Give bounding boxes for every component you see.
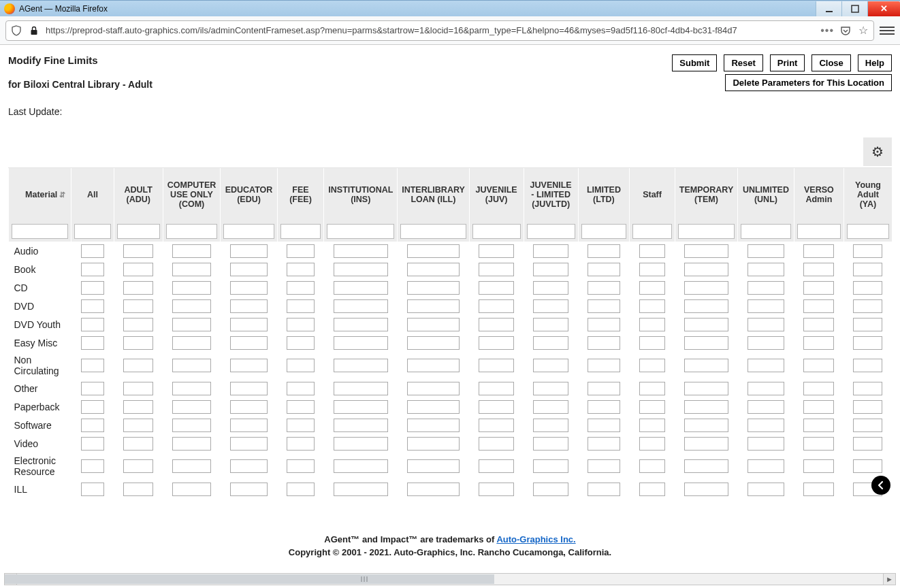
cell-input[interactable] [853,437,882,451]
filter-input-adult[interactable] [117,224,160,239]
cell-input[interactable] [803,459,834,473]
column-header-juvenile[interactable]: JUVENILE (JUV) [469,168,524,221]
cell-input[interactable] [123,459,153,473]
cell-input[interactable] [172,281,211,295]
column-header-interlibrary[interactable]: INTERLIBRARY LOAN (ILL) [398,168,469,221]
hamburger-menu-icon[interactable] [880,23,895,38]
cell-input[interactable] [407,437,460,451]
cell-input[interactable] [533,400,568,414]
cell-input[interactable] [172,400,211,414]
cell-input[interactable] [853,359,882,372]
cell-input[interactable] [588,400,620,414]
cell-input[interactable] [479,263,514,276]
cell-input[interactable] [533,299,568,313]
cell-input[interactable] [407,336,460,350]
cell-input[interactable] [684,382,728,395]
cell-input[interactable] [287,400,315,414]
cell-input[interactable] [588,281,620,295]
cell-input[interactable] [588,459,620,473]
filter-input-unlimited[interactable] [741,224,791,239]
pocket-icon[interactable] [839,24,852,37]
column-header-all[interactable]: All [71,168,114,221]
cell-input[interactable] [334,437,388,451]
filter-input-youngadult[interactable] [847,224,889,239]
cell-input[interactable] [230,281,268,295]
cell-input[interactable] [334,419,388,432]
column-header-material[interactable]: Material⇵ [9,168,71,221]
cell-input[interactable] [803,299,834,313]
cell-input[interactable] [287,483,315,496]
cell-input[interactable] [81,336,104,350]
cell-input[interactable] [172,483,211,496]
cell-input[interactable] [588,263,620,276]
cell-input[interactable] [81,400,104,414]
cell-input[interactable] [684,336,728,350]
filter-input-staff[interactable] [632,224,672,239]
cell-input[interactable] [287,382,315,395]
column-header-youngadult[interactable]: Young Adult (YA) [843,168,892,221]
cell-input[interactable] [588,483,620,496]
cell-input[interactable] [334,318,388,331]
cell-input[interactable] [123,281,153,295]
cell-input[interactable] [853,419,882,432]
cell-input[interactable] [533,263,568,276]
cell-input[interactable] [81,318,104,331]
cell-input[interactable] [407,318,460,331]
column-header-staff[interactable]: Staff [630,168,675,221]
cell-input[interactable] [230,437,268,451]
filter-input-limited[interactable] [581,224,627,239]
cell-input[interactable] [588,382,620,395]
cell-input[interactable] [287,359,315,372]
cell-input[interactable] [639,244,666,258]
cell-input[interactable] [684,359,728,372]
cell-input[interactable] [230,483,268,496]
cell-input[interactable] [639,419,666,432]
column-header-adult[interactable]: ADULT (ADU) [114,168,163,221]
horizontal-scrollbar[interactable]: ◄ ► [4,573,896,585]
cell-input[interactable] [533,483,568,496]
cell-input[interactable] [81,244,104,258]
column-header-limited[interactable]: LIMITED (LTD) [578,168,630,221]
cell-input[interactable] [479,459,514,473]
filter-input-fee[interactable] [280,224,321,239]
cell-input[interactable] [407,459,460,473]
cell-input[interactable] [172,299,211,313]
cell-input[interactable] [639,400,666,414]
cell-input[interactable] [748,263,785,276]
cell-input[interactable] [407,359,460,372]
cell-input[interactable] [81,263,104,276]
cell-input[interactable] [588,419,620,432]
cell-input[interactable] [172,382,211,395]
cell-input[interactable] [230,400,268,414]
cell-input[interactable] [334,336,388,350]
cell-input[interactable] [230,382,268,395]
cell-input[interactable] [81,382,104,395]
cell-input[interactable] [287,437,315,451]
cell-input[interactable] [230,244,268,258]
cell-input[interactable] [853,459,882,473]
cell-input[interactable] [123,318,153,331]
cell-input[interactable] [123,299,153,313]
close-button[interactable]: Close [811,54,850,71]
cell-input[interactable] [748,359,785,372]
cell-input[interactable] [81,483,104,496]
column-header-educator[interactable]: EDUCATOR (EDU) [221,168,277,221]
cell-input[interactable] [533,437,568,451]
filter-input-all[interactable] [74,224,110,239]
cell-input[interactable] [230,419,268,432]
cell-input[interactable] [533,336,568,350]
cell-input[interactable] [748,459,785,473]
cell-input[interactable] [748,382,785,395]
cell-input[interactable] [684,263,728,276]
cell-input[interactable] [287,281,315,295]
cell-input[interactable] [230,459,268,473]
cell-input[interactable] [172,359,211,372]
cell-input[interactable] [407,382,460,395]
filter-input-juvenile[interactable] [472,224,521,239]
cell-input[interactable] [287,244,315,258]
cell-input[interactable] [123,244,153,258]
cell-input[interactable] [853,281,882,295]
cell-input[interactable] [684,483,728,496]
window-close-button[interactable]: ✕ [867,1,900,16]
cell-input[interactable] [853,244,882,258]
